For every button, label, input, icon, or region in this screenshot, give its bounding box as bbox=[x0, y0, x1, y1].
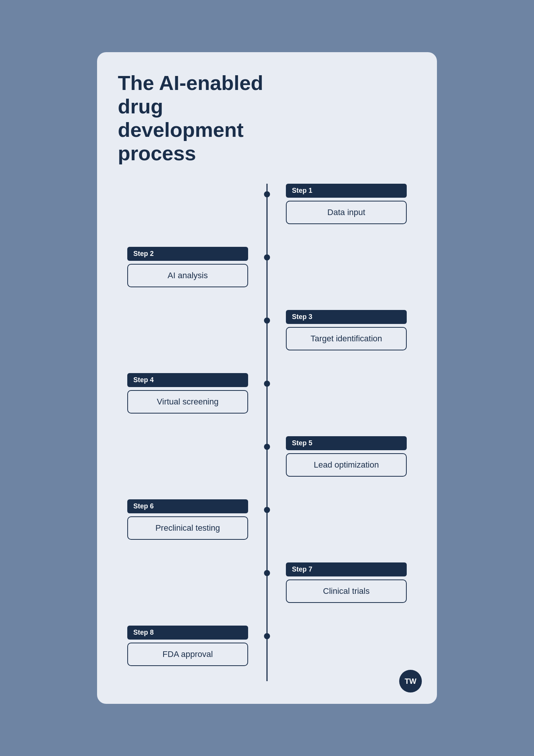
step-3-container: Step 3 Target identification bbox=[267, 310, 416, 350]
step-5-content: Lead optimization bbox=[286, 453, 407, 477]
timeline-dot-3 bbox=[264, 318, 270, 324]
step-8-label: Step 8 bbox=[127, 626, 248, 640]
timeline-dot-6 bbox=[264, 507, 270, 513]
step-6-container: Step 6 Preclinical testing bbox=[118, 499, 267, 540]
step-7-label: Step 7 bbox=[286, 562, 407, 576]
step-5-container: Step 5 Lead optimization bbox=[267, 436, 416, 477]
step-row-5: Step 5 Lead optimization bbox=[118, 436, 416, 477]
step-row-4: Step 4 Virtual screening bbox=[118, 373, 416, 414]
step-2-content: AI analysis bbox=[127, 264, 248, 287]
step-7-content: Clinical trials bbox=[286, 579, 407, 603]
main-card: The AI-enabled drug development process … bbox=[97, 52, 437, 704]
step-7-container: Step 7 Clinical trials bbox=[267, 562, 416, 603]
step-3-label: Step 3 bbox=[286, 310, 407, 324]
step-1-label: Step 1 bbox=[286, 184, 407, 198]
step-4-label: Step 4 bbox=[127, 373, 248, 387]
tw-logo: TW bbox=[399, 670, 422, 692]
timeline-dot-5 bbox=[264, 444, 270, 450]
timeline-dot-4 bbox=[264, 381, 270, 387]
step-2-label: Step 2 bbox=[127, 247, 248, 261]
step-row-1: Step 1 Data input bbox=[118, 184, 416, 224]
timeline-dot-7 bbox=[264, 570, 270, 576]
step-4-content: Virtual screening bbox=[127, 390, 248, 414]
step-2-container: Step 2 AI analysis bbox=[118, 247, 267, 287]
step-1-container: Step 1 Data input bbox=[267, 184, 416, 224]
step-row-6: Step 6 Preclinical testing bbox=[118, 499, 416, 540]
step-4-container: Step 4 Virtual screening bbox=[118, 373, 267, 414]
timeline-dot-8 bbox=[264, 633, 270, 639]
step-6-label: Step 6 bbox=[127, 499, 248, 513]
step-8-content: FDA approval bbox=[127, 643, 248, 666]
timeline-dot-1 bbox=[264, 191, 270, 197]
step-6-content: Preclinical testing bbox=[127, 516, 248, 540]
timeline-dot-2 bbox=[264, 254, 270, 260]
step-8-container: Step 8 FDA approval bbox=[118, 626, 267, 666]
step-1-content: Data input bbox=[286, 201, 407, 224]
step-3-content: Target identification bbox=[286, 327, 407, 350]
step-row-7: Step 7 Clinical trials bbox=[118, 562, 416, 603]
main-title: The AI-enabled drug development process bbox=[118, 71, 288, 165]
step-row-8: Step 8 FDA approval bbox=[118, 626, 416, 666]
step-row-2: Step 2 AI analysis bbox=[118, 247, 416, 287]
timeline: Step 1 Data input Step 2 AI analysis bbox=[118, 184, 416, 681]
step-row-3: Step 3 Target identification bbox=[118, 310, 416, 350]
step-5-label: Step 5 bbox=[286, 436, 407, 450]
